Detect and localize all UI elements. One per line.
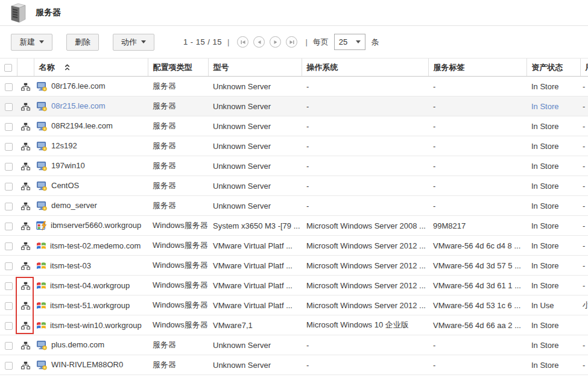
- os-cell: Microsoft Windows Server 2012 ...: [302, 276, 428, 296]
- server-name-link[interactable]: itsm-test-51.workgroup: [50, 301, 130, 310]
- first-page-icon[interactable]: [237, 36, 248, 48]
- checkbox-cell: [0, 77, 17, 96]
- row-checkbox[interactable]: [5, 163, 13, 171]
- relations-tree-icon[interactable]: [21, 202, 30, 210]
- relations-tree-icon[interactable]: [21, 282, 30, 290]
- checkbox-cell: [0, 236, 17, 256]
- checkbox-cell: [0, 216, 17, 236]
- row-checkbox[interactable]: [5, 123, 13, 131]
- asset-status-cell: In Store: [526, 196, 580, 216]
- ci-type-cell: 服务器: [148, 335, 208, 355]
- checkbox-cell: [0, 296, 17, 315]
- new-button[interactable]: 新建: [11, 34, 52, 51]
- server-name-link[interactable]: itsm-test-win10.workgroup: [50, 321, 142, 330]
- server-node-icon: [36, 81, 48, 92]
- service-tag-cell: VMware-56 4d 6c d4 8 ...: [428, 236, 526, 256]
- checkbox-cell: [0, 116, 17, 136]
- asset-status-cell: In Store: [526, 276, 580, 296]
- last-page-icon[interactable]: [286, 36, 297, 48]
- per-page-label: 每页: [313, 37, 329, 48]
- per-page-select[interactable]: 25: [334, 34, 365, 50]
- column-header-os[interactable]: 操作系统: [302, 58, 428, 77]
- os-cell: -: [302, 116, 428, 136]
- server-name-link[interactable]: 197win10: [51, 162, 85, 171]
- service-tag-cell: -: [428, 77, 526, 96]
- table-row: 12s192服务器Unknown Server--In Store-: [0, 136, 588, 156]
- ci-type-cell: 服务器: [148, 77, 208, 96]
- server-name-link[interactable]: itsm-test-02.medemo.com: [50, 241, 141, 250]
- relations-tree-icon[interactable]: [21, 162, 30, 171]
- relations-tree-icon[interactable]: [21, 321, 30, 330]
- column-header-asset-status[interactable]: 资产状态: [526, 58, 580, 77]
- row-checkbox[interactable]: [5, 143, 13, 151]
- row-checkbox[interactable]: [5, 322, 13, 330]
- ci-type-cell: Windows服务器: [148, 236, 208, 256]
- server-name-link[interactable]: ibmserver5660.workgroup: [51, 221, 141, 230]
- page-title: 服务器: [36, 7, 61, 18]
- column-header-name[interactable]: 名称: [34, 58, 148, 77]
- action-button[interactable]: 动作: [113, 34, 154, 51]
- service-tag-cell: -: [428, 196, 526, 216]
- relations-tree-icon[interactable]: [21, 83, 30, 91]
- delete-button[interactable]: 删除: [66, 34, 99, 51]
- row-checkbox[interactable]: [5, 342, 13, 350]
- model-cell: Unknown Server: [208, 77, 302, 96]
- row-checkbox[interactable]: [5, 302, 13, 310]
- model-cell: Unknown Server: [208, 136, 302, 156]
- server-name-link[interactable]: 08r176.lee.com: [51, 82, 106, 91]
- model-cell: VMware Virtual Platf ...: [208, 256, 302, 276]
- previous-page-icon[interactable]: [253, 36, 265, 48]
- column-header-service-tag[interactable]: 服务标签: [428, 58, 526, 77]
- next-page-icon[interactable]: [270, 36, 281, 48]
- relations-tree-icon[interactable]: [21, 242, 30, 250]
- name-cell: 08r215.lee.com: [34, 96, 148, 116]
- row-checkbox[interactable]: [5, 223, 13, 230]
- relations-tree-icon[interactable]: [21, 103, 30, 111]
- server-name-link[interactable]: 12s192: [51, 142, 77, 151]
- row-checkbox[interactable]: [5, 103, 13, 111]
- relations-tree-icon[interactable]: [21, 302, 30, 310]
- server-name-link[interactable]: CentOS: [51, 182, 79, 191]
- relations-tree-icon[interactable]: [21, 182, 30, 191]
- server-name-link[interactable]: 08R2194.lee.com: [51, 122, 113, 131]
- ci-type-cell: 服务器: [148, 196, 208, 216]
- relations-tree-icon[interactable]: [21, 262, 30, 270]
- row-checkbox[interactable]: [5, 203, 13, 210]
- relations-tree-icon[interactable]: [21, 361, 30, 370]
- relations-tree-icon[interactable]: [21, 142, 30, 151]
- relations-tree-icon[interactable]: [21, 341, 30, 350]
- column-header-name-label: 名称: [39, 62, 55, 73]
- server-name-link[interactable]: 08r215.lee.com: [51, 102, 106, 111]
- relations-tree-icon[interactable]: [21, 122, 30, 131]
- server-tower-icon: [8, 1, 28, 24]
- server-name-link[interactable]: demo_server: [51, 201, 97, 210]
- model-cell: VMware Virtual Platf ...: [208, 296, 302, 315]
- checkbox-cell: [0, 176, 17, 196]
- server-name-link[interactable]: itsm-test-03: [50, 261, 91, 270]
- column-header-ci-type[interactable]: 配置项类型: [148, 58, 208, 77]
- service-tag-cell: -: [428, 136, 526, 156]
- relations-tree-icon[interactable]: [21, 222, 30, 230]
- row-checkbox[interactable]: [5, 83, 13, 91]
- server-name-link[interactable]: itsm-test-04.workgroup: [50, 281, 130, 290]
- server-name-link[interactable]: plus.demo.com: [51, 341, 104, 350]
- pagination-range: 1 - 15 / 15: [183, 37, 222, 46]
- row-checkbox[interactable]: [5, 183, 13, 191]
- row-checkbox[interactable]: [5, 262, 13, 270]
- checkbox-cell: [0, 256, 17, 276]
- pagination-divider: |: [305, 37, 307, 46]
- row-checkbox[interactable]: [5, 282, 13, 290]
- server-name-link[interactable]: WIN-RIVLEM88OR0: [51, 361, 123, 370]
- tree-cell: [17, 196, 34, 216]
- row-checkbox[interactable]: [5, 362, 13, 370]
- service-tag-cell: VMware-56 4d 66 aa 2 ...: [428, 315, 526, 335]
- name-cell: demo_server: [34, 196, 148, 216]
- column-header-user[interactable]: 用: [580, 58, 588, 77]
- column-header-model[interactable]: 型号: [208, 58, 302, 77]
- tree-cell: [17, 136, 34, 156]
- ci-type-cell: 服务器: [148, 116, 208, 136]
- select-all-checkbox[interactable]: [4, 64, 12, 72]
- new-button-label: 新建: [19, 37, 35, 48]
- row-checkbox[interactable]: [5, 242, 13, 250]
- user-cell: -: [580, 355, 588, 375]
